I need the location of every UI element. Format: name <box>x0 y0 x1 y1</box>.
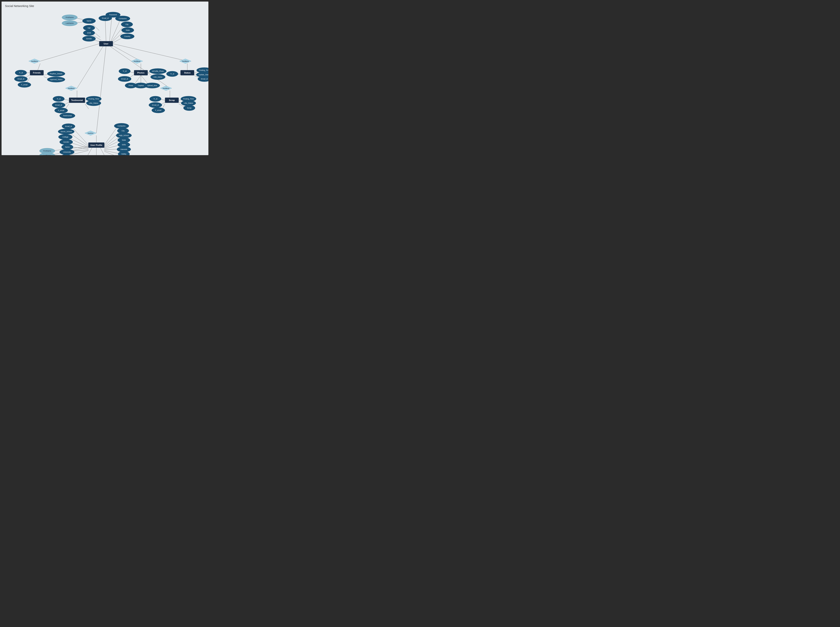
svg-text:High_School: High_School <box>119 134 129 136</box>
attr-emailid-friends: Email_id <box>14 76 27 82</box>
svg-text:Photo: Photo <box>129 85 133 87</box>
attr-scrap-scrap: Scrap <box>183 105 195 111</box>
svg-text:Contactno: Contactno <box>117 125 125 127</box>
entity-testimonial: Testimonial <box>69 98 85 103</box>
svg-line-63 <box>104 126 118 145</box>
attr-dob-user: DOB <box>83 30 95 36</box>
svg-text:IsProfile_Photo: IsProfile_Photo <box>152 70 164 72</box>
svg-text:Name: Name <box>87 20 91 22</box>
svg-text:Tr_id: Tr_id <box>170 73 174 75</box>
svg-text:Name: Name <box>65 146 70 148</box>
svg-text:Update_Status: Update_Status <box>199 74 208 76</box>
svg-text:F_email: F_email <box>21 84 27 86</box>
svg-text:Scrap: Scrap <box>169 99 175 101</box>
svg-text:State: State <box>122 139 126 141</box>
attr-emailid-scrap: Email_id <box>149 102 162 108</box>
svg-line-12 <box>40 44 99 61</box>
attr-lastname-user: LastName <box>62 20 77 26</box>
svg-text:Email_id: Email_id <box>201 78 208 80</box>
svg-text:Tr_id: Tr_id <box>123 70 126 72</box>
entity-friends: Friends <box>30 70 44 75</box>
svg-text:FirstName: FirstName <box>66 16 74 18</box>
svg-line-51 <box>71 126 88 145</box>
attr-likestatus-scrap: Like_Status <box>181 101 196 106</box>
attr-contactno-profile: Contactno <box>114 123 129 129</box>
entity-status: Status <box>181 70 194 75</box>
svg-text:Email_id: Email_id <box>121 78 128 80</box>
attr-testimonial-testimonial: Testimonial <box>60 113 75 118</box>
er-diagram: User Friends Photos Status Testimonial S… <box>2 2 208 155</box>
attr-city-user: City <box>121 22 133 27</box>
main-container: Social Networking Site <box>2 2 208 155</box>
svg-text:City: City <box>121 130 125 132</box>
entity-scrap: Scrap <box>165 98 179 103</box>
attr-approval-friends: Approval_Status <box>47 77 65 82</box>
svg-text:User Profile: User Profile <box>90 144 102 146</box>
svg-text:Posting_Time: Posting_Time <box>88 98 99 100</box>
svg-text:Contactno: Contactno <box>119 17 126 19</box>
svg-text:Upload_time: Upload_time <box>147 85 157 87</box>
svg-text:University: University <box>63 151 71 153</box>
svg-text:College: College <box>63 136 68 138</box>
svg-text:Skills: Skills <box>122 144 126 146</box>
svg-line-27 <box>113 44 187 61</box>
attr-femail-scrap: F_email <box>152 107 165 113</box>
svg-text:Posting_Time: Posting_Time <box>199 69 208 71</box>
svg-text:DOB: DOB <box>87 32 91 34</box>
svg-line-6 <box>105 21 106 41</box>
attr-uploadtime-photos: Upload_time <box>144 83 160 88</box>
attr-likestatus-testimonial: Like_Status <box>86 101 101 106</box>
attr-firstname-user: FirstName <box>62 15 77 20</box>
svg-text:LastName: LastName <box>66 22 74 24</box>
svg-line-60 <box>83 148 92 155</box>
svg-text:User: User <box>104 43 109 45</box>
attr-gender-profile: Gender <box>60 139 73 145</box>
svg-text:Gender: Gender <box>63 141 69 143</box>
svg-text:Caption: Caption <box>138 85 144 87</box>
attr-reqres-friends: ReqRes_Details <box>47 71 65 76</box>
attr-femail-testimonial: F_email <box>55 108 68 113</box>
svg-line-9 <box>112 25 125 42</box>
rel-has-many-status: hasMany <box>180 59 191 63</box>
svg-text:hasMany: hasMany <box>68 87 75 89</box>
svg-text:FirstName: FirstName <box>43 150 51 152</box>
svg-text:Tr_id: Tr_id <box>57 98 61 100</box>
svg-text:LastName: LastName <box>43 154 51 155</box>
rel-has-many-friends: hasMany <box>28 59 40 63</box>
svg-text:Testimonial: Testimonial <box>63 115 72 117</box>
svg-text:Status: Status <box>184 72 191 74</box>
svg-text:State: State <box>126 29 130 31</box>
svg-text:Posting_Time: Posting_Time <box>183 98 194 100</box>
svg-line-49 <box>96 46 106 133</box>
attr-contactno-user: Contactno <box>115 16 130 21</box>
attr-hobby-profile: Hobby <box>118 151 130 155</box>
svg-text:City: City <box>125 24 129 25</box>
svg-text:hasMany: hasMany <box>182 60 189 62</box>
rel-has-one-profile: hasOne <box>85 131 96 135</box>
rel-has-many-photos: hasMany <box>131 59 143 63</box>
svg-text:ReqRes_Details: ReqRes_Details <box>50 73 63 75</box>
attr-university-profile: University <box>60 150 74 155</box>
attr-state-user: State <box>121 27 134 33</box>
svg-text:Password: Password <box>109 14 117 16</box>
svg-text:Email_id: Email_id <box>65 125 72 127</box>
attr-lastname-profile: LastName <box>39 153 55 155</box>
svg-text:Like_Status: Like_Status <box>89 102 98 104</box>
attr-trid-testimonial: Tr_id <box>53 96 65 102</box>
attr-trid-status: Tr_id <box>166 71 178 77</box>
attr-emailid-status: Email_id <box>198 76 208 82</box>
attr-isprofile-photos: IsProfile_Photo <box>150 68 166 74</box>
svg-text:Age: Age <box>87 27 91 29</box>
attr-emailid-profile: Email_id <box>62 124 75 129</box>
attr-seniorschool-profile: Senoir_School <box>58 129 74 134</box>
attr-femail-friends: F_email <box>18 82 31 87</box>
svg-text:Scrap: Scrap <box>187 107 192 109</box>
svg-text:F_email: F_email <box>155 109 161 111</box>
attr-emailid-photos: Email_id <box>118 76 131 82</box>
svg-text:hasMany: hasMany <box>134 60 140 62</box>
entity-user: User <box>99 41 113 46</box>
svg-text:Like_Status: Like_Status <box>184 102 193 104</box>
attr-likestatus-photos: Like_status <box>151 74 165 80</box>
svg-text:Testimonial: Testimonial <box>71 99 83 101</box>
svg-text:Email_id: Email_id <box>55 104 62 106</box>
